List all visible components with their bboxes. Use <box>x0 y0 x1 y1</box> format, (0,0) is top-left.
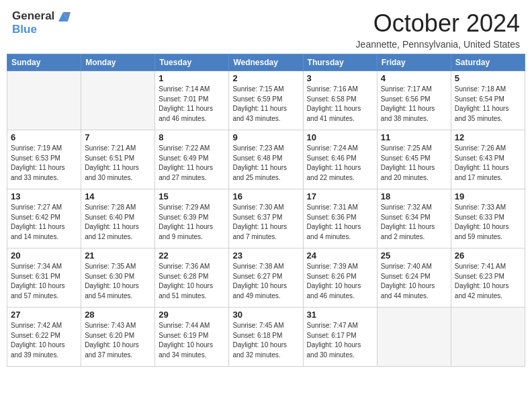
weekday-header: Wednesday <box>229 54 303 71</box>
calendar-cell: 21Sunrise: 7:35 AMSunset: 6:30 PMDayligh… <box>81 248 155 308</box>
month-title: October 2024 <box>356 9 520 38</box>
day-number: 17 <box>307 191 373 201</box>
day-number: 30 <box>232 310 299 320</box>
calendar-cell: 15Sunrise: 7:29 AMSunset: 6:39 PMDayligh… <box>155 189 229 248</box>
header-row: SundayMondayTuesdayWednesdayThursdayFrid… <box>7 54 525 71</box>
day-info: Sunrise: 7:14 AMSunset: 7:01 PMDaylight:… <box>159 85 225 124</box>
calendar-cell: 30Sunrise: 7:45 AMSunset: 6:18 PMDayligh… <box>229 308 303 367</box>
calendar-cell: 22Sunrise: 7:36 AMSunset: 6:28 PMDayligh… <box>155 248 229 308</box>
day-info: Sunrise: 7:25 AMSunset: 6:45 PMDaylight:… <box>381 144 447 183</box>
day-info: Sunrise: 7:43 AMSunset: 6:20 PMDaylight:… <box>85 321 151 360</box>
day-info: Sunrise: 7:31 AMSunset: 6:36 PMDaylight:… <box>307 203 373 242</box>
day-info: Sunrise: 7:24 AMSunset: 6:46 PMDaylight:… <box>307 144 373 183</box>
header: General Blue October 2024 Jeannette, Pen… <box>0 0 532 54</box>
title-section: October 2024 Jeannette, Pennsylvania, Un… <box>356 9 520 50</box>
day-info: Sunrise: 7:26 AMSunset: 6:43 PMDaylight:… <box>455 144 521 183</box>
weekday-header: Tuesday <box>155 54 229 71</box>
day-number: 4 <box>381 73 447 83</box>
weekday-header: Thursday <box>303 54 377 71</box>
calendar-cell: 27Sunrise: 7:42 AMSunset: 6:22 PMDayligh… <box>7 308 81 367</box>
day-number: 27 <box>11 310 77 320</box>
day-info: Sunrise: 7:22 AMSunset: 6:49 PMDaylight:… <box>159 144 225 183</box>
week-row: 13Sunrise: 7:27 AMSunset: 6:42 PMDayligh… <box>7 189 525 248</box>
day-number: 10 <box>307 132 373 142</box>
calendar-cell: 24Sunrise: 7:39 AMSunset: 6:26 PMDayligh… <box>303 248 377 308</box>
day-info: Sunrise: 7:19 AMSunset: 6:53 PMDaylight:… <box>11 144 77 183</box>
day-number: 3 <box>307 73 373 83</box>
day-number: 18 <box>381 191 447 201</box>
calendar-cell: 19Sunrise: 7:33 AMSunset: 6:33 PMDayligh… <box>451 189 525 248</box>
weekday-header: Monday <box>81 54 155 71</box>
calendar-cell: 6Sunrise: 7:19 AMSunset: 6:53 PMDaylight… <box>7 130 81 189</box>
week-row: 27Sunrise: 7:42 AMSunset: 6:22 PMDayligh… <box>7 308 525 367</box>
day-number: 1 <box>159 73 225 83</box>
calendar-table: SundayMondayTuesdayWednesdayThursdayFrid… <box>7 54 525 367</box>
calendar-cell <box>7 71 81 130</box>
calendar-cell: 20Sunrise: 7:34 AMSunset: 6:31 PMDayligh… <box>7 248 81 308</box>
day-info: Sunrise: 7:17 AMSunset: 6:56 PMDaylight:… <box>381 85 447 124</box>
day-number: 22 <box>159 250 225 261</box>
day-info: Sunrise: 7:44 AMSunset: 6:19 PMDaylight:… <box>159 321 225 360</box>
day-number: 14 <box>85 191 151 201</box>
day-number: 24 <box>307 250 373 261</box>
calendar-cell: 5Sunrise: 7:18 AMSunset: 6:54 PMDaylight… <box>451 71 525 130</box>
day-number: 15 <box>159 191 225 201</box>
weekday-header: Friday <box>377 54 451 71</box>
calendar-cell: 4Sunrise: 7:17 AMSunset: 6:56 PMDaylight… <box>377 71 451 130</box>
calendar-cell: 14Sunrise: 7:28 AMSunset: 6:40 PMDayligh… <box>81 189 155 248</box>
day-number: 12 <box>455 132 521 142</box>
calendar-cell: 9Sunrise: 7:23 AMSunset: 6:48 PMDaylight… <box>229 130 303 189</box>
day-info: Sunrise: 7:30 AMSunset: 6:37 PMDaylight:… <box>232 203 299 242</box>
day-number: 9 <box>232 132 299 142</box>
day-info: Sunrise: 7:34 AMSunset: 6:31 PMDaylight:… <box>11 262 77 301</box>
day-number: 20 <box>11 250 77 261</box>
calendar-cell: 29Sunrise: 7:44 AMSunset: 6:19 PMDayligh… <box>155 308 229 367</box>
day-info: Sunrise: 7:32 AMSunset: 6:34 PMDaylight:… <box>381 203 447 242</box>
calendar-cell <box>377 308 451 367</box>
calendar-cell: 26Sunrise: 7:41 AMSunset: 6:23 PMDayligh… <box>451 248 525 308</box>
calendar-cell: 16Sunrise: 7:30 AMSunset: 6:37 PMDayligh… <box>229 189 303 248</box>
calendar-cell: 7Sunrise: 7:21 AMSunset: 6:51 PMDaylight… <box>81 130 155 189</box>
weekday-header: Sunday <box>7 54 81 71</box>
calendar-cell: 3Sunrise: 7:16 AMSunset: 6:58 PMDaylight… <box>303 71 377 130</box>
day-info: Sunrise: 7:16 AMSunset: 6:58 PMDaylight:… <box>307 85 373 124</box>
day-number: 5 <box>455 73 521 83</box>
calendar-cell: 17Sunrise: 7:31 AMSunset: 6:36 PMDayligh… <box>303 189 377 248</box>
calendar-cell: 10Sunrise: 7:24 AMSunset: 6:46 PMDayligh… <box>303 130 377 189</box>
day-number: 28 <box>85 310 151 320</box>
calendar-wrap: SundayMondayTuesdayWednesdayThursdayFrid… <box>0 54 532 373</box>
day-info: Sunrise: 7:39 AMSunset: 6:26 PMDaylight:… <box>307 262 373 301</box>
calendar-cell: 18Sunrise: 7:32 AMSunset: 6:34 PMDayligh… <box>377 189 451 248</box>
week-row: 20Sunrise: 7:34 AMSunset: 6:31 PMDayligh… <box>7 248 525 308</box>
day-info: Sunrise: 7:27 AMSunset: 6:42 PMDaylight:… <box>11 203 77 242</box>
day-info: Sunrise: 7:42 AMSunset: 6:22 PMDaylight:… <box>11 321 77 360</box>
calendar-cell: 28Sunrise: 7:43 AMSunset: 6:20 PMDayligh… <box>81 308 155 367</box>
day-info: Sunrise: 7:38 AMSunset: 6:27 PMDaylight:… <box>232 262 299 301</box>
day-info: Sunrise: 7:21 AMSunset: 6:51 PMDaylight:… <box>85 144 151 183</box>
calendar-cell: 23Sunrise: 7:38 AMSunset: 6:27 PMDayligh… <box>229 248 303 308</box>
day-number: 29 <box>159 310 225 320</box>
calendar-cell: 31Sunrise: 7:47 AMSunset: 6:17 PMDayligh… <box>303 308 377 367</box>
logo-icon <box>56 9 71 24</box>
day-info: Sunrise: 7:40 AMSunset: 6:24 PMDaylight:… <box>381 262 447 301</box>
day-number: 16 <box>232 191 299 201</box>
day-number: 31 <box>307 310 373 320</box>
day-info: Sunrise: 7:18 AMSunset: 6:54 PMDaylight:… <box>455 85 521 124</box>
day-number: 6 <box>11 132 77 142</box>
day-number: 23 <box>232 250 299 261</box>
day-info: Sunrise: 7:45 AMSunset: 6:18 PMDaylight:… <box>232 321 299 360</box>
calendar-cell <box>451 308 525 367</box>
logo: General Blue <box>12 9 71 36</box>
day-number: 25 <box>381 250 447 261</box>
day-info: Sunrise: 7:36 AMSunset: 6:28 PMDaylight:… <box>159 262 225 301</box>
calendar-cell: 11Sunrise: 7:25 AMSunset: 6:45 PMDayligh… <box>377 130 451 189</box>
day-info: Sunrise: 7:29 AMSunset: 6:39 PMDaylight:… <box>159 203 225 242</box>
day-info: Sunrise: 7:47 AMSunset: 6:17 PMDaylight:… <box>307 321 373 360</box>
week-row: 6Sunrise: 7:19 AMSunset: 6:53 PMDaylight… <box>7 130 525 189</box>
logo-blue: Blue <box>12 23 71 36</box>
day-number: 19 <box>455 191 521 201</box>
logo-text: General <box>12 9 71 24</box>
day-number: 11 <box>381 132 447 142</box>
calendar-cell <box>81 71 155 130</box>
day-info: Sunrise: 7:35 AMSunset: 6:30 PMDaylight:… <box>85 262 151 301</box>
